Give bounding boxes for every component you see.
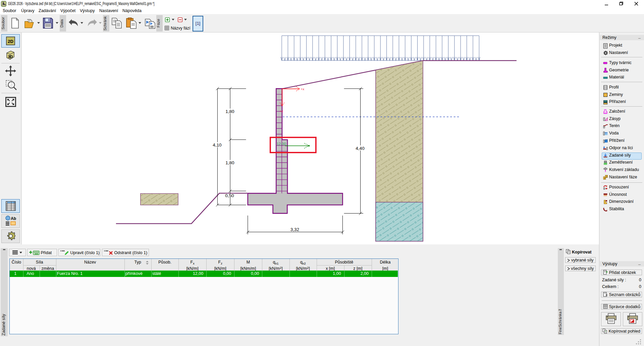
svg-text:2: 2	[606, 175, 607, 178]
svg-text:Ab: Ab	[11, 216, 16, 221]
svg-text:2D: 2D	[8, 39, 13, 44]
svg-text:1: 1	[604, 177, 605, 180]
svg-text:3D: 3D	[8, 55, 13, 59]
